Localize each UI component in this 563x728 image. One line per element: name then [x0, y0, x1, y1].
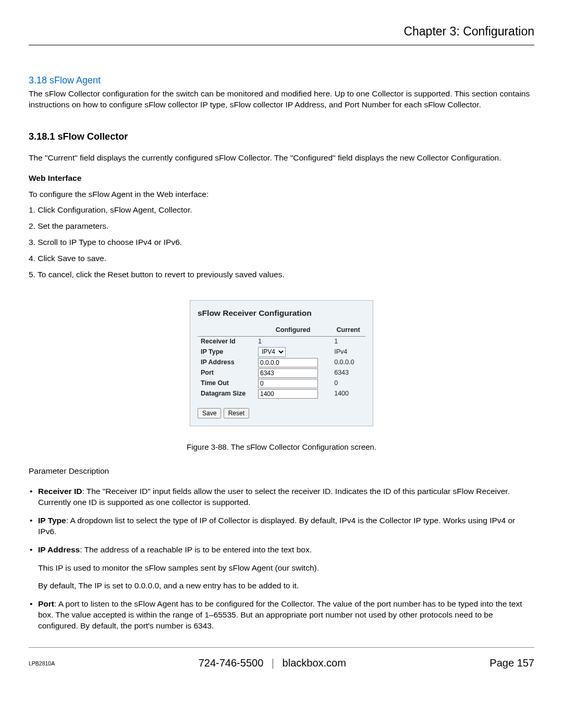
step-5: 5. To cancel, click the Reset button to … — [29, 269, 534, 280]
row-receiver-id-label: Receiver Id — [198, 336, 255, 346]
subsection-paragraph: The "Current" field displays the current… — [29, 153, 534, 164]
section-heading: 3.18 sFlow Agent — [29, 74, 534, 87]
footer-separator: | — [272, 657, 274, 669]
parameter-list: Receiver ID: The "Receiver ID" input fie… — [29, 486, 534, 632]
param-receiver-id-label: Receiver ID — [38, 487, 82, 496]
footer-site: blackbox.com — [283, 657, 346, 669]
row-receiver-id-current: 1 — [331, 336, 365, 346]
row-datagram-label: Datagram Size — [198, 389, 255, 399]
param-ip-type: IP Type: A dropdown list to select the t… — [29, 515, 534, 537]
figure-caption: Figure 3-88. The sFlow Collector Configu… — [29, 442, 534, 452]
param-receiver-id-text: : The "Receiver ID" input fields allow t… — [38, 487, 510, 507]
param-ip-address: IP Address: The address of a reachable I… — [29, 545, 534, 592]
web-interface-intro: To configure the sFlow Agent in the Web … — [29, 189, 534, 200]
config-table: Configured Current Receiver Id 1 1 IP Ty… — [198, 324, 365, 399]
param-port: Port: A port to listen to the sFlow Agen… — [29, 599, 534, 632]
reset-button[interactable]: Reset — [224, 408, 249, 418]
step-3: 3. Scroll to IP Type to choose IPv4 or I… — [29, 237, 534, 248]
row-datagram-current: 1400 — [331, 389, 365, 399]
row-ip-type-current: IPv4 — [331, 347, 365, 357]
row-port-label: Port — [198, 368, 255, 378]
param-ip-type-label: IP Type — [38, 516, 66, 525]
param-ip-address-sub1: This IP is used to monitor the sFlow sam… — [38, 563, 534, 574]
param-port-text: : A port to listen to the sFlow Agent ha… — [38, 599, 522, 630]
page-number: Page 157 — [489, 656, 534, 670]
product-code: LPB2810A — [29, 660, 55, 667]
section-intro: The sFlow Collector configuration for th… — [29, 89, 534, 110]
port-input[interactable] — [258, 368, 318, 378]
subsection-heading: 3.18.1 sFlow Collector — [29, 130, 534, 143]
row-receiver-id-configured: 1 — [255, 336, 331, 346]
web-interface-heading: Web Interface — [29, 173, 534, 184]
save-button[interactable]: Save — [198, 408, 221, 418]
param-ip-address-text: : The address of a reachable IP is to be… — [80, 545, 312, 554]
table-header-current: Current — [331, 324, 365, 336]
ip-type-select[interactable]: IPV4 — [258, 347, 286, 357]
parameter-description-heading: Parameter Description — [29, 466, 534, 477]
screenshot-panel: sFlow Receiver Configuration Configured … — [190, 300, 373, 426]
param-port-label: Port — [38, 599, 54, 608]
page-footer: LPB2810A 724-746-5500 | blackbox.com Pag… — [29, 648, 534, 670]
param-ip-address-label: IP Address — [38, 545, 80, 554]
step-4: 4. Click Save to save. — [29, 253, 534, 264]
chapter-title: Chapter 3: Configuration — [29, 23, 534, 45]
step-1: 1. Click Configuration, sFlow Agent, Col… — [29, 205, 534, 216]
timeout-input[interactable] — [258, 379, 318, 388]
screenshot-title: sFlow Receiver Configuration — [198, 308, 365, 319]
table-header-blank — [198, 324, 255, 336]
step-2: 2. Set the parameters. — [29, 221, 534, 232]
row-timeout-label: Time Out — [198, 378, 255, 389]
row-ip-type-label: IP Type — [198, 347, 255, 357]
table-header-configured: Configured — [255, 324, 331, 336]
ip-address-input[interactable] — [258, 358, 318, 367]
param-ip-address-sub2: By default, The IP is set to 0.0.0.0, an… — [38, 581, 534, 591]
param-ip-type-text: : A dropdown list to select the type of … — [38, 516, 515, 536]
row-ip-address-label: IP Address — [198, 357, 255, 368]
param-receiver-id: Receiver ID: The "Receiver ID" input fie… — [29, 486, 534, 508]
row-ip-address-current: 0.0.0.0 — [331, 357, 365, 368]
datagram-input[interactable] — [258, 389, 318, 399]
footer-phone: 724-746-5500 — [199, 657, 264, 669]
row-timeout-current: 0 — [331, 378, 365, 389]
row-port-current: 6343 — [331, 368, 365, 378]
